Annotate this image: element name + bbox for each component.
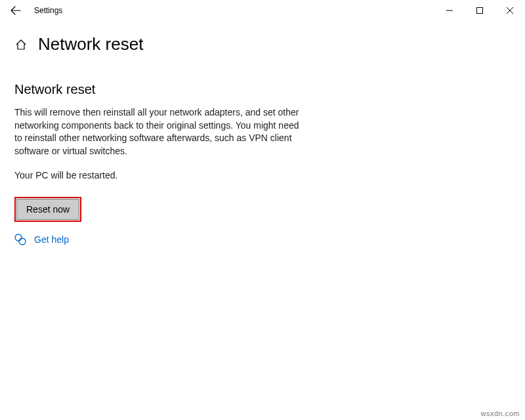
page-header: Network reset xyxy=(0,21,525,60)
section-heading: Network reset xyxy=(14,82,301,97)
reset-now-button[interactable]: Reset now xyxy=(16,199,79,220)
get-help-link[interactable]: Get help xyxy=(34,234,69,245)
description-text: This will remove then reinstall all your… xyxy=(14,106,301,158)
restart-note: Your PC will be restarted. xyxy=(14,169,301,182)
back-arrow-icon xyxy=(10,5,21,16)
svg-rect-0 xyxy=(477,8,483,14)
help-row: Get help xyxy=(14,234,301,245)
reset-highlight-box: Reset now xyxy=(14,197,81,222)
titlebar: Settings xyxy=(0,0,525,21)
get-help-icon xyxy=(14,234,26,245)
svg-point-2 xyxy=(19,238,26,245)
close-icon xyxy=(507,7,513,14)
minimize-icon xyxy=(446,7,453,14)
content-area: Network reset This will remove then rein… xyxy=(0,60,315,245)
svg-point-1 xyxy=(15,234,22,241)
watermark: wsxdn.com xyxy=(480,410,520,417)
minimize-button[interactable] xyxy=(434,0,465,21)
app-title: Settings xyxy=(34,6,62,15)
home-icon-svg xyxy=(15,39,27,51)
window-controls xyxy=(434,0,525,21)
back-button[interactable] xyxy=(5,0,26,21)
home-icon[interactable] xyxy=(14,38,28,51)
close-button[interactable] xyxy=(495,0,525,21)
maximize-button[interactable] xyxy=(465,0,495,21)
maximize-icon xyxy=(476,7,483,14)
page-title: Network reset xyxy=(38,34,143,54)
